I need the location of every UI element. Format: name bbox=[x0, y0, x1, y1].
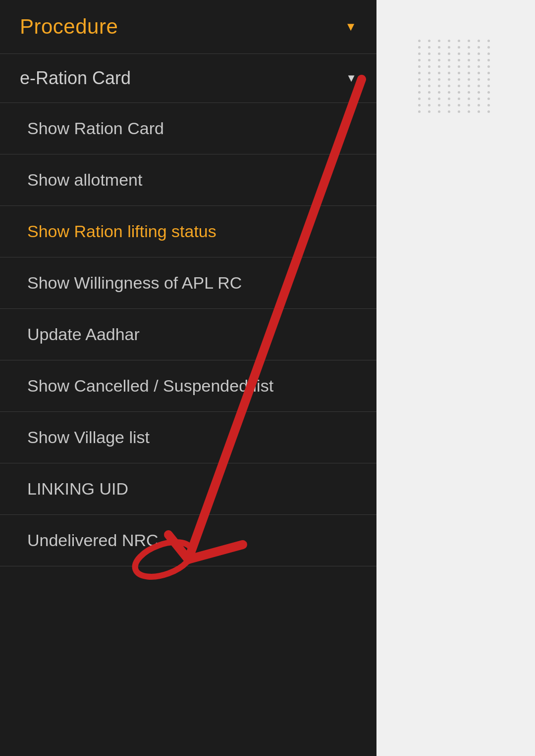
menu-item-show-ration-lifting-status[interactable]: Show Ration lifting status bbox=[0, 206, 376, 257]
main-container: Procedure ▼ e-Ration Card ▼ Show Ration … bbox=[0, 0, 376, 756]
dot bbox=[438, 91, 440, 94]
menu-item-label: Update Aadhar bbox=[27, 325, 140, 344]
dot bbox=[438, 72, 440, 74]
dot bbox=[487, 98, 490, 100]
dot bbox=[448, 98, 450, 100]
menu-item-update-aadhar[interactable]: Update Aadhar bbox=[0, 309, 376, 360]
dot bbox=[487, 110, 490, 113]
dot bbox=[418, 98, 421, 100]
dot bbox=[438, 46, 440, 49]
dots-pattern bbox=[418, 40, 493, 113]
dot bbox=[468, 65, 470, 68]
dot bbox=[438, 52, 440, 55]
dot bbox=[487, 85, 490, 87]
menu-item-label: Show allotment bbox=[27, 170, 142, 190]
dot bbox=[478, 78, 480, 81]
menu-item-show-ration-card[interactable]: Show Ration Card bbox=[0, 103, 376, 154]
dot bbox=[468, 46, 470, 49]
dot bbox=[428, 65, 430, 68]
dot bbox=[428, 85, 430, 87]
dot bbox=[468, 85, 470, 87]
dot bbox=[418, 78, 421, 81]
menu-item-show-cancelled-suspended[interactable]: Show Cancelled / Suspended list bbox=[0, 360, 376, 412]
menu-item-linking-uid[interactable]: LINKING UID bbox=[0, 463, 376, 515]
dot bbox=[468, 98, 470, 100]
dot bbox=[438, 59, 440, 61]
dot bbox=[458, 85, 460, 87]
dot bbox=[458, 59, 460, 61]
dot bbox=[487, 65, 490, 68]
dot bbox=[448, 72, 450, 74]
dot bbox=[428, 59, 430, 61]
dot bbox=[478, 59, 480, 61]
menu-item-label: Show Ration Card bbox=[27, 119, 164, 138]
dot bbox=[458, 91, 460, 94]
dot bbox=[428, 72, 430, 74]
dot bbox=[418, 110, 421, 113]
dot bbox=[468, 40, 470, 42]
dot bbox=[438, 40, 440, 42]
dot bbox=[468, 104, 470, 106]
dot bbox=[458, 52, 460, 55]
dot bbox=[468, 52, 470, 55]
dot bbox=[418, 104, 421, 106]
dot bbox=[418, 46, 421, 49]
dot bbox=[418, 72, 421, 74]
menu-item-show-willingness-apl-rc[interactable]: Show Willingness of APL RC bbox=[0, 257, 376, 309]
dot bbox=[448, 52, 450, 55]
dot bbox=[478, 110, 480, 113]
dot bbox=[418, 59, 421, 61]
dot bbox=[418, 85, 421, 87]
dot bbox=[428, 46, 430, 49]
dot bbox=[487, 40, 490, 42]
dot bbox=[418, 91, 421, 94]
dot bbox=[478, 85, 480, 87]
dot bbox=[448, 91, 450, 94]
dot bbox=[487, 104, 490, 106]
menu-item-label: Show Cancelled / Suspended list bbox=[27, 376, 273, 396]
dot bbox=[448, 78, 450, 81]
dot bbox=[487, 59, 490, 61]
dot bbox=[478, 40, 480, 42]
dot bbox=[458, 78, 460, 81]
dot bbox=[428, 78, 430, 81]
dot bbox=[478, 52, 480, 55]
menu-item-show-allotment[interactable]: Show allotment bbox=[0, 154, 376, 206]
section-header[interactable]: e-Ration Card ▼ bbox=[0, 54, 376, 103]
dot bbox=[468, 110, 470, 113]
dot bbox=[468, 91, 470, 94]
dot bbox=[478, 46, 480, 49]
dot bbox=[438, 110, 440, 113]
dot bbox=[468, 72, 470, 74]
dot bbox=[418, 52, 421, 55]
procedure-chevron-icon: ▼ bbox=[345, 20, 357, 34]
dot bbox=[478, 98, 480, 100]
dot bbox=[438, 65, 440, 68]
dot bbox=[428, 91, 430, 94]
procedure-header[interactable]: Procedure ▼ bbox=[0, 0, 376, 54]
dot bbox=[428, 98, 430, 100]
dot bbox=[458, 110, 460, 113]
dot bbox=[458, 104, 460, 106]
menu-item-show-village-list[interactable]: Show Village list bbox=[0, 412, 376, 463]
dot bbox=[448, 104, 450, 106]
dot bbox=[478, 104, 480, 106]
menu-item-label-active: Show Ration lifting status bbox=[27, 222, 216, 241]
menu-item-undelivered-nrc[interactable]: Undelivered NRC bbox=[0, 515, 376, 566]
dot bbox=[468, 59, 470, 61]
menu-item-label: Undelivered NRC bbox=[27, 531, 159, 550]
dot bbox=[438, 98, 440, 100]
dot bbox=[428, 104, 430, 106]
dot bbox=[478, 72, 480, 74]
dot bbox=[487, 91, 490, 94]
dot bbox=[487, 52, 490, 55]
dot bbox=[448, 40, 450, 42]
dot bbox=[458, 72, 460, 74]
section-chevron-icon: ▼ bbox=[346, 72, 357, 85]
dot bbox=[458, 40, 460, 42]
dot bbox=[448, 46, 450, 49]
dot bbox=[428, 110, 430, 113]
dot bbox=[438, 104, 440, 106]
dot bbox=[478, 65, 480, 68]
dot bbox=[438, 78, 440, 81]
